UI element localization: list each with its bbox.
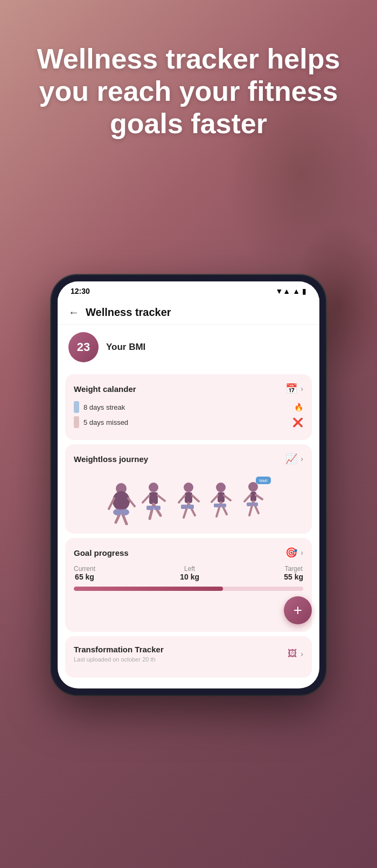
trend-icon: 📈 <box>285 453 297 465</box>
streak-row: 8 days streak 🔥 <box>74 401 303 413</box>
running-figures: Wait! <box>74 471 303 525</box>
svg-point-16 <box>184 483 193 492</box>
target-label: Target <box>284 565 303 573</box>
bmi-circle: 23 <box>68 332 99 362</box>
current-stat: Current 65 kg <box>74 565 95 581</box>
svg-rect-14 <box>146 506 153 510</box>
phone-frame: 12:30 ▼▲ ▲ ▮ ← Wellness tracker 23 Your … <box>51 275 326 695</box>
svg-rect-15 <box>154 506 160 510</box>
svg-rect-9 <box>149 492 158 504</box>
left-label: Left <box>180 565 199 573</box>
goal-progress-card[interactable]: Goal progress 🎯 › Current 65 kg Left <box>65 538 312 632</box>
missed-icon: ❌ <box>292 417 303 428</box>
progress-bar-fill <box>74 587 223 591</box>
chevron-right-icon: › <box>301 384 303 393</box>
goal-progress-header: Goal progress 🎯 › <box>74 547 303 559</box>
status-icons: ▼▲ ▲ ▮ <box>275 287 306 295</box>
status-bar: 12:30 ▼▲ ▲ ▮ <box>58 281 319 299</box>
weight-calendar-header: Weight calander 📅 › <box>74 383 303 395</box>
app-header: ← Wellness tracker <box>58 299 319 325</box>
svg-line-36 <box>245 495 250 501</box>
weightloss-title: Weightloss journey <box>74 454 148 464</box>
chevron-right-icon: › <box>301 548 303 557</box>
svg-rect-22 <box>181 505 187 509</box>
svg-rect-23 <box>188 505 194 509</box>
running-illustration: Wait! <box>97 477 280 525</box>
back-button[interactable]: ← <box>68 306 79 319</box>
target-stat: Target 55 kg <box>284 565 303 581</box>
weightloss-card[interactable]: Weightloss journey 📈 › <box>65 444 312 534</box>
weightloss-actions[interactable]: 📈 › <box>285 453 303 465</box>
svg-line-21 <box>192 495 199 501</box>
photo-icon: 🖼 <box>288 648 297 659</box>
transformation-header: Transformation Tracker Last uploaded on … <box>74 645 303 663</box>
svg-line-28 <box>212 495 218 502</box>
phone-screen: 12:30 ▼▲ ▲ ▮ ← Wellness tracker 23 Your … <box>58 281 319 688</box>
transformation-title: Transformation Tracker <box>74 645 164 654</box>
battery-icon: ▮ <box>302 287 306 295</box>
weight-calendar-card[interactable]: Weight calander 📅 › 8 days streak 🔥 5 da… <box>65 374 312 440</box>
svg-rect-38 <box>247 502 252 506</box>
current-value: 65 kg <box>74 573 95 581</box>
bmi-row: 23 Your BMI <box>58 325 319 370</box>
svg-point-1 <box>113 491 130 511</box>
fab-button[interactable]: + <box>284 596 312 624</box>
wifi-icon: ▼▲ <box>275 287 290 295</box>
svg-rect-33 <box>250 492 256 501</box>
phone-wrapper: 12:30 ▼▲ ▲ ▮ ← Wellness tracker 23 Your … <box>51 275 326 695</box>
goal-actions[interactable]: 🎯 › <box>285 547 303 559</box>
svg-rect-30 <box>214 504 220 507</box>
svg-point-32 <box>248 482 258 492</box>
left-value: 10 kg <box>180 573 199 581</box>
transformation-subtitle: Last uploaded on october 20 th <box>74 656 164 663</box>
svg-point-8 <box>149 483 158 492</box>
missed-row: 5 days missed ❌ <box>74 416 303 428</box>
svg-line-13 <box>158 495 165 501</box>
svg-line-12 <box>143 495 149 502</box>
transformation-text: Transformation Tracker Last uploaded on … <box>74 645 164 663</box>
transformation-card[interactable]: Transformation Tracker Last uploaded on … <box>65 636 312 678</box>
missed-text: 5 days missed <box>83 418 288 426</box>
svg-rect-17 <box>185 492 192 503</box>
progress-bar-background <box>74 587 303 591</box>
goal-progress-title: Goal progress <box>74 548 129 557</box>
current-label: Current <box>74 565 95 573</box>
app-title: Wellness tracker <box>86 306 171 319</box>
hero-headline: Wellness tracker helps you reach your fi… <box>22 43 355 140</box>
chevron-right-icon: › <box>301 650 303 658</box>
streak-text: 8 days streak <box>83 403 290 411</box>
hero-section: Wellness tracker helps you reach your fi… <box>0 43 377 140</box>
streak-dot <box>74 401 79 413</box>
transformation-actions[interactable]: 🖼 › <box>288 648 303 659</box>
goal-card-wrapper: Goal progress 🎯 › Current 65 kg Left <box>58 538 319 632</box>
svg-point-6 <box>113 509 122 515</box>
svg-line-20 <box>179 495 185 502</box>
chevron-right-icon: › <box>301 454 303 463</box>
target-icon: 🎯 <box>285 547 297 559</box>
status-time: 12:30 <box>71 287 90 295</box>
svg-point-24 <box>216 483 226 492</box>
weight-calendar-actions[interactable]: 📅 › <box>285 383 303 395</box>
goal-stats: Current 65 kg Left 10 kg Target 55 kg <box>74 565 303 581</box>
signal-icon: ▲ <box>292 287 300 295</box>
svg-rect-39 <box>253 502 258 506</box>
bmi-label: Your BMI <box>106 342 145 353</box>
svg-rect-31 <box>220 504 226 507</box>
left-stat: Left 10 kg <box>180 565 199 581</box>
weightloss-header: Weightloss journey 📈 › <box>74 453 303 465</box>
missed-dot <box>74 416 79 428</box>
svg-point-7 <box>121 509 129 515</box>
calendar-icon: 📅 <box>285 383 297 395</box>
svg-text:Wait!: Wait! <box>259 479 268 483</box>
weight-calendar-title: Weight calander <box>74 384 136 394</box>
svg-rect-25 <box>218 492 225 502</box>
svg-line-29 <box>224 495 231 500</box>
svg-line-37 <box>256 495 262 499</box>
flame-icon: 🔥 <box>294 403 303 411</box>
target-value: 55 kg <box>284 573 303 581</box>
